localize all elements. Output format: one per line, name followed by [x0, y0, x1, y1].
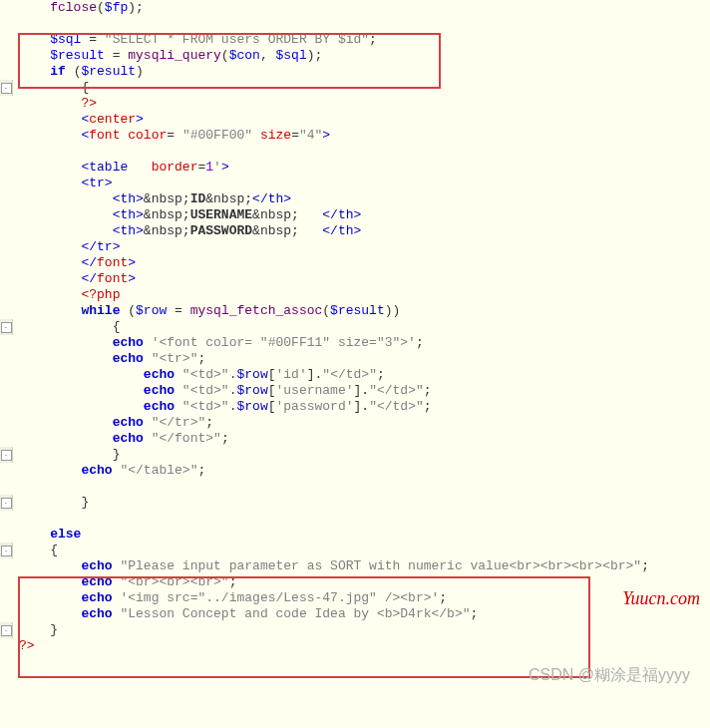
code-content: $sql = "SELECT * FROM users ORDER BY $id…: [13, 32, 377, 48]
code-line: echo "</tr>";: [0, 415, 710, 431]
code-line: - }: [0, 495, 710, 511]
fold-gutter: -: [0, 622, 13, 638]
code-line: <?php: [0, 287, 710, 303]
code-line: <th>&nbsp;ID&nbsp;</th>: [0, 191, 710, 207]
code-content: echo "<td>".$row['username']."</td>";: [13, 383, 432, 399]
fold-gutter: -: [0, 319, 13, 335]
code-content: <th>&nbsp;USERNAME&nbsp; </th>: [13, 207, 361, 223]
code-content: <center>: [13, 112, 144, 128]
code-line: <th>&nbsp;PASSWORD&nbsp; </th>: [0, 223, 710, 239]
code-content: echo "</tr>";: [13, 415, 213, 431]
code-line: [0, 479, 710, 495]
code-line: [0, 144, 710, 160]
code-line: - {: [0, 80, 710, 96]
code-content: <?php: [13, 287, 120, 303]
code-line: echo "</font>";: [0, 431, 710, 447]
code-line: fclose($fp);: [0, 0, 710, 16]
fold-gutter: -: [0, 495, 13, 511]
code-content: <font color= "#00FF00" size="4">: [13, 128, 330, 144]
fold-icon[interactable]: -: [1, 625, 12, 636]
code-content: echo "</table>";: [13, 463, 205, 479]
code-block: fclose($fp); $sql = "SELECT * FROM users…: [0, 0, 710, 654]
code-line: </font>: [0, 271, 710, 287]
code-line: $sql = "SELECT * FROM users ORDER BY $id…: [0, 32, 710, 48]
code-line: echo "Lesson Concept and code Idea by <b…: [0, 606, 710, 622]
code-content: <tr>: [13, 176, 113, 191]
code-content: echo "Please input parameter as SORT wit…: [13, 558, 649, 574]
code-line: - {: [0, 543, 710, 558]
code-line: - {: [0, 319, 710, 335]
code-content: </font>: [13, 271, 136, 287]
fold-gutter: -: [0, 80, 13, 96]
code-content: echo "<br><br><br>";: [13, 574, 236, 590]
code-content: fclose($fp);: [13, 0, 144, 16]
code-line: <center>: [0, 112, 710, 128]
code-content: }: [13, 447, 120, 463]
code-content: ?>: [13, 96, 97, 112]
code-line: echo "<td>".$row['id']."</td>";: [0, 367, 710, 383]
code-content: {: [13, 319, 120, 335]
code-content: echo "Lesson Concept and code Idea by <b…: [13, 606, 478, 622]
code-content: $result = mysqli_query($con, $sql);: [13, 48, 322, 64]
code-line: [0, 511, 710, 527]
code-content: echo "</font>";: [13, 431, 229, 447]
watermark-site: Yuucn.com: [622, 588, 700, 609]
fold-icon[interactable]: -: [1, 322, 12, 333]
code-content: {: [13, 80, 89, 96]
code-content: echo '<font color= "#00FF11" size="3">';: [13, 335, 424, 351]
code-line: - }: [0, 622, 710, 638]
code-content: echo "<td>".$row['id']."</td>";: [13, 367, 385, 383]
code-content: echo "<td>".$row['password']."</td>";: [13, 399, 432, 415]
code-line: <table border=1'>: [0, 160, 710, 176]
code-content: }: [13, 622, 58, 638]
code-line: echo "<td>".$row['password']."</td>";: [0, 399, 710, 415]
fold-gutter: -: [0, 543, 13, 558]
fold-icon[interactable]: -: [1, 450, 12, 461]
code-line: </tr>: [0, 239, 710, 255]
code-line: ?>: [0, 96, 710, 112]
code-line: <font color= "#00FF00" size="4">: [0, 128, 710, 144]
fold-icon[interactable]: -: [1, 546, 12, 556]
code-line: echo "</table>";: [0, 463, 710, 479]
code-line: - }: [0, 447, 710, 463]
code-content: <table border=1'>: [13, 160, 229, 176]
code-line: ?>: [0, 638, 710, 654]
code-content: <th>&nbsp;ID&nbsp;</th>: [13, 191, 291, 207]
fold-icon[interactable]: -: [1, 83, 12, 94]
code-line: if ($result): [0, 64, 710, 80]
code-line: while ($row = mysql_fetch_assoc($result)…: [0, 303, 710, 319]
code-line: $result = mysqli_query($con, $sql);: [0, 48, 710, 64]
code-content: echo '<img src="../images/Less-47.jpg" /…: [13, 590, 447, 606]
code-line: echo '<font color= "#00FF11" size="3">';: [0, 335, 710, 351]
code-line: echo "<br><br><br>";: [0, 574, 710, 590]
code-line: else: [0, 527, 710, 543]
code-content: <th>&nbsp;PASSWORD&nbsp; </th>: [13, 223, 361, 239]
code-content: {: [13, 543, 58, 558]
code-line: echo "<td>".$row['username']."</td>";: [0, 383, 710, 399]
code-content: </font>: [13, 255, 136, 271]
code-line: echo "Please input parameter as SORT wit…: [0, 558, 710, 574]
code-line: </font>: [0, 255, 710, 271]
watermark-csdn: CSDN @糊涂是福yyyy: [529, 665, 690, 686]
code-content: else: [13, 527, 81, 543]
code-content: ?>: [13, 638, 35, 654]
code-line: <th>&nbsp;USERNAME&nbsp; </th>: [0, 207, 710, 223]
fold-gutter: -: [0, 447, 13, 463]
code-content: </tr>: [13, 239, 120, 255]
code-content: echo "<tr>";: [13, 351, 205, 367]
code-line: [0, 16, 710, 32]
code-content: while ($row = mysql_fetch_assoc($result)…: [13, 303, 400, 319]
code-content: if ($result): [13, 64, 144, 80]
code-content: }: [13, 495, 89, 511]
fold-icon[interactable]: -: [1, 498, 12, 509]
code-line: echo '<img src="../images/Less-47.jpg" /…: [0, 590, 710, 606]
code-line: <tr>: [0, 176, 710, 191]
code-line: echo "<tr>";: [0, 351, 710, 367]
